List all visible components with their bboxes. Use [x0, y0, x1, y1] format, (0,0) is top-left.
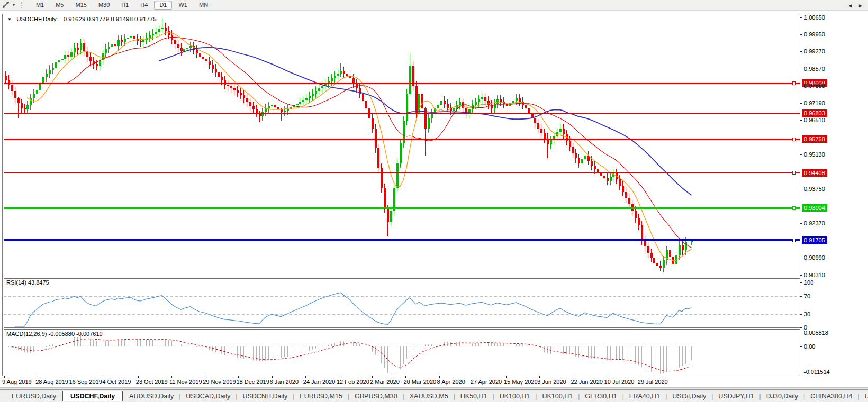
- mt4-window: ▼ M1M5M15M30H1H4D1W1MN ▼ USDCHF,Daily 0.…: [0, 0, 868, 402]
- rsi-axis-tick: 100: [804, 279, 813, 286]
- date-axis-label: 27 Apr 2020: [471, 379, 502, 385]
- chart-tab-hk50-8[interactable]: HK50,H1: [455, 391, 493, 401]
- level-price-badge: 0.95758: [802, 135, 827, 143]
- date-axis-label: 2 Mar 2020: [370, 379, 400, 385]
- price-axis-tick: 1.00650: [804, 14, 825, 21]
- chart-tab-bar: EURUSD,DailyUSDCHF,DailyAUDUSD,Daily|USD…: [0, 389, 868, 402]
- tab-scroll-right-button[interactable]: ►: [858, 3, 863, 8]
- macd-axis-tick: 0.00: [804, 343, 815, 350]
- chart-ohlc-quote: 0.91629 0.91779 0.91498 0.91775: [64, 16, 157, 22]
- chart-dropdown-icon[interactable]: ▼: [7, 17, 12, 22]
- date-axis-label: 15 May 2020: [504, 379, 538, 385]
- price-axis-tick: 0.96510: [804, 117, 825, 123]
- chart-tab-dj30-15[interactable]: DJ30,Daily: [761, 391, 803, 401]
- date-axis-label: 16 Sep 2019: [69, 379, 102, 385]
- date-axis-label: 10 Jul 2020: [604, 379, 635, 385]
- date-axis-label: 18 Dec 2019: [236, 379, 269, 385]
- chart-tab-fra40-12[interactable]: FRA40,H1: [624, 391, 665, 401]
- chart-tab-uk100-10[interactable]: UK100,H1: [537, 391, 578, 401]
- chart-tab-audusd-2[interactable]: AUDUSD,Daily: [124, 391, 179, 401]
- date-axis-label: 12 Feb 2020: [337, 379, 369, 385]
- price-axis-tick: 0.97190: [804, 100, 825, 106]
- price-axis-tick: 0.98570: [804, 66, 825, 72]
- chart-tab-usoil-13[interactable]: USOil,Daily: [667, 391, 711, 401]
- price-axis-tick: 0.90990: [804, 254, 825, 261]
- chart-title: ▼ USDCHF,Daily 0.91629 0.91779 0.91498 0…: [7, 16, 157, 22]
- level-price-badge: 0.96803: [802, 109, 827, 117]
- date-axis-label: 8 Apr 2020: [437, 379, 465, 385]
- date-axis-label: 28 Aug 2019: [35, 379, 68, 385]
- chart-tab-ger30-11[interactable]: GER30,H1: [580, 391, 622, 401]
- chart-tab-eurusd-5[interactable]: EURUSD,M15: [294, 391, 348, 401]
- candlestick-chart-canvas[interactable]: [0, 0, 868, 402]
- chart-tab-eurusd-0[interactable]: EURUSD,Daily: [6, 391, 61, 401]
- price-axis-tick: 0.90310: [804, 272, 825, 278]
- chart-tab-gbpusd-6[interactable]: GBPUSD,M30: [349, 391, 403, 401]
- price-axis-tick: 0.93750: [804, 186, 825, 192]
- date-axis-label: 9 Aug 2019: [2, 379, 32, 385]
- date-axis-label: 22 Jun 2020: [571, 379, 603, 385]
- chart-tab-uk100-9[interactable]: UK100,H1: [494, 391, 536, 401]
- date-axis-label: 29 Jul 2020: [638, 379, 668, 385]
- date-axis-label: 4 Oct 2019: [103, 379, 131, 385]
- chart-tab-usdchf-1[interactable]: USDCHF,Daily: [62, 391, 123, 401]
- rsi-axis-tick: 70: [804, 293, 810, 299]
- date-axis-label: 3 Jun 2020: [537, 379, 566, 385]
- chart-tab-xauusd-7[interactable]: XAUUSD,M5: [404, 391, 454, 401]
- rsi-axis-tick: 30: [804, 311, 810, 317]
- price-axis-tick: 0.95130: [804, 151, 825, 158]
- date-axis-label: 24 Jan 2020: [303, 379, 336, 385]
- price-axis-tick: 0.99270: [804, 48, 825, 54]
- level-price-badge: 0.93004: [802, 204, 827, 212]
- macd-axis-tick: -0.011514: [804, 369, 830, 375]
- date-axis-label: 29 Nov 2019: [203, 379, 236, 385]
- macd-axis-tick: 0.005818: [804, 330, 828, 336]
- macd-label: MACD(12,26,9) -0.005880 -0.007610: [6, 331, 103, 337]
- level-price-badge: 0.91705: [802, 236, 827, 244]
- chart-tab-usdcad-3[interactable]: USDCAD,Daily: [180, 391, 236, 401]
- date-axis-label: 11 Nov 2019: [169, 379, 202, 385]
- chart-tab-usdjpy-14[interactable]: USDJPY,H1: [713, 391, 759, 401]
- chart-tab-usoil-17[interactable]: USOil,H1: [860, 391, 868, 401]
- chart-symbol-period: USDCHF,Daily: [16, 16, 56, 22]
- price-axis-tick: 0.92370: [804, 220, 825, 226]
- price-axis-tick: 0.99950: [804, 31, 825, 38]
- date-axis-label: 23 Oct 2019: [136, 379, 168, 385]
- chart-tab-usdcnh-4[interactable]: USDCNH,Daily: [237, 391, 293, 401]
- rsi-label: RSI(14) 43.8475: [6, 279, 49, 286]
- price-axis-tick: 0.97890: [804, 83, 825, 89]
- date-axis-label: 20 Mar 2020: [403, 379, 436, 385]
- chart-tab-china300-16[interactable]: CHINA300,H4: [805, 391, 857, 401]
- tab-scroll-arrows: ◄►: [842, 3, 866, 8]
- date-axis-label: 6 Jan 2020: [270, 379, 299, 385]
- tab-scroll-left-button[interactable]: ◄: [847, 3, 853, 8]
- level-price-badge: 0.94408: [802, 169, 827, 177]
